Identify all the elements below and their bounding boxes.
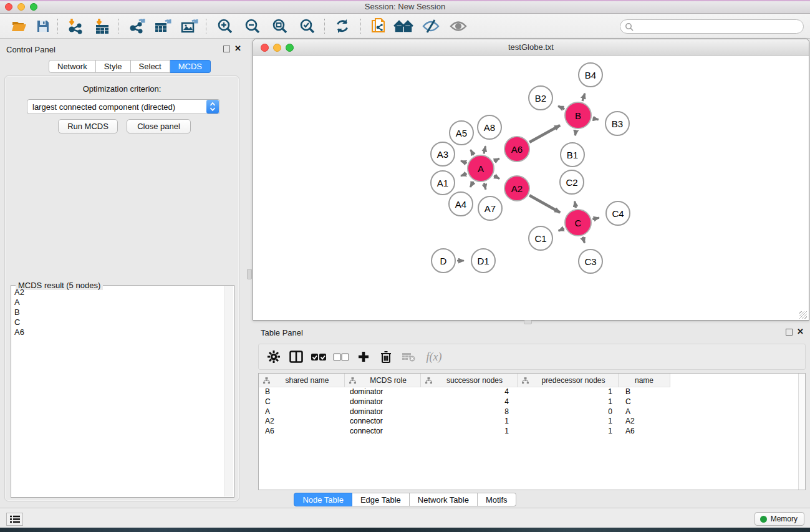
- network-canvas[interactable]: B4B2BB3A8A5A6A3B1AA1C2A2A4A7C4CC1C3DD1: [254, 56, 808, 320]
- graph-node-A7[interactable]: A7: [478, 196, 503, 221]
- graph-edge-A-A7[interactable]: [484, 183, 485, 189]
- table-cell[interactable]: A2: [619, 417, 670, 427]
- home-icon[interactable]: [393, 16, 414, 36]
- float-panel-icon[interactable]: [786, 329, 793, 336]
- graph-node-B3[interactable]: B3: [605, 111, 630, 136]
- list-item[interactable]: A: [12, 297, 224, 307]
- graph-node-A5[interactable]: A5: [449, 120, 474, 145]
- zoom-selected-icon[interactable]: [297, 16, 318, 36]
- graph-node-C4[interactable]: C4: [605, 201, 630, 226]
- tab-node-table[interactable]: Node Table: [294, 493, 352, 506]
- columns-icon[interactable]: [285, 346, 307, 367]
- save-icon[interactable]: [32, 16, 54, 36]
- table-cell[interactable]: 8: [421, 407, 518, 417]
- hide-panels-icon[interactable]: [420, 16, 441, 36]
- resize-grip-icon[interactable]: [799, 311, 807, 319]
- select-all-icon[interactable]: [307, 346, 330, 367]
- table-cell[interactable]: C: [619, 397, 670, 407]
- graph-node-A3[interactable]: A3: [430, 142, 455, 167]
- search-field[interactable]: [620, 19, 804, 34]
- table-cell[interactable]: 1: [518, 387, 619, 397]
- list-item[interactable]: A6: [12, 327, 224, 337]
- graph-node-B2[interactable]: B2: [528, 85, 553, 110]
- graph-node-B[interactable]: B: [564, 102, 592, 129]
- tab-select[interactable]: Select: [131, 60, 170, 73]
- table-cell[interactable]: B: [619, 387, 670, 397]
- list-item[interactable]: A2: [12, 288, 224, 297]
- graph-node-B1[interactable]: B1: [560, 142, 585, 167]
- table-cell[interactable]: 1: [518, 427, 619, 437]
- table-cell[interactable]: A6: [619, 427, 670, 437]
- table-cell[interactable]: B: [259, 387, 345, 397]
- table-cell[interactable]: A: [259, 407, 345, 417]
- graph-edge-A-A8[interactable]: [484, 146, 486, 153]
- split-divider-handle[interactable]: [524, 320, 532, 324]
- duplicate-network-icon[interactable]: [368, 16, 389, 36]
- panel-list-icon[interactable]: [6, 513, 23, 526]
- run-mcds-button[interactable]: Run MCDS: [58, 119, 118, 133]
- column-header-predecessor-nodes[interactable]: predecessor nodes: [518, 374, 619, 387]
- graph-edge-A-A3[interactable]: [461, 161, 467, 163]
- table-cell[interactable]: 1: [421, 427, 518, 437]
- column-header-MCDS-role[interactable]: MCDS role: [345, 374, 421, 387]
- graph-edge-C-C3[interactable]: [582, 237, 584, 243]
- function-builder-icon[interactable]: f(x): [420, 346, 448, 367]
- deselect-all-icon[interactable]: [330, 346, 352, 367]
- graph-node-D[interactable]: D: [431, 248, 456, 273]
- tab-mcds[interactable]: MCDS: [170, 60, 211, 73]
- table-row[interactable]: A6connector11A6: [259, 427, 805, 437]
- graph-node-A[interactable]: A: [467, 155, 494, 182]
- show-panels-icon[interactable]: [448, 16, 469, 36]
- graph-node-C[interactable]: C: [564, 209, 592, 236]
- zoom-fit-icon[interactable]: [269, 16, 291, 36]
- graph-edge-C-C4[interactable]: [592, 218, 599, 219]
- close-panel-button[interactable]: Close panel: [127, 119, 191, 133]
- tab-style[interactable]: Style: [96, 60, 131, 73]
- table-cell[interactable]: connector: [345, 427, 421, 437]
- column-header-name[interactable]: name: [619, 374, 670, 387]
- float-panel-icon[interactable]: [223, 46, 230, 52]
- table-row[interactable]: Bdominator41B: [259, 387, 805, 397]
- graph-edge-A-A2[interactable]: [494, 176, 499, 179]
- list-item[interactable]: C: [12, 317, 224, 327]
- graph-node-A1[interactable]: A1: [430, 170, 455, 195]
- table-cell[interactable]: A6: [259, 427, 345, 437]
- table-row[interactable]: Cdominator41C: [259, 397, 805, 407]
- graph-edge-C-C2[interactable]: [575, 201, 576, 208]
- open-folder-icon[interactable]: [9, 16, 30, 36]
- list-item[interactable]: B: [12, 307, 224, 317]
- search-input[interactable]: [634, 21, 803, 32]
- graph-edge-A-A6[interactable]: [494, 158, 499, 162]
- graph-edge-B-B2[interactable]: [558, 106, 564, 109]
- zoom-in-icon[interactable]: [215, 16, 236, 36]
- table-cell[interactable]: A2: [259, 417, 345, 427]
- graph-node-A8[interactable]: A8: [477, 115, 502, 140]
- table-cell[interactable]: connector: [345, 417, 421, 427]
- table-cell[interactable]: dominator: [345, 397, 421, 407]
- graph-edge-B-B4[interactable]: [582, 94, 585, 101]
- close-panel-icon[interactable]: ✕: [797, 327, 804, 336]
- add-column-icon[interactable]: [352, 346, 375, 367]
- table-cell[interactable]: dominator: [345, 387, 421, 397]
- table-cell[interactable]: 1: [518, 417, 619, 427]
- graph-edge-A6-B[interactable]: [529, 125, 560, 142]
- gear-icon[interactable]: [263, 346, 285, 367]
- table-row[interactable]: A2connector11A2: [259, 417, 805, 427]
- graph-edge-A-A4[interactable]: [470, 181, 473, 187]
- column-header-successor-nodes[interactable]: successor nodes: [421, 374, 518, 387]
- graph-node-A4[interactable]: A4: [448, 191, 473, 216]
- delete-table-icon[interactable]: [397, 346, 420, 367]
- export-network-icon[interactable]: [127, 16, 148, 36]
- refresh-icon[interactable]: [332, 16, 353, 36]
- table-cell[interactable]: dominator: [345, 407, 421, 417]
- zoom-out-icon[interactable]: [242, 16, 263, 36]
- tab-edge-table[interactable]: Edge Table: [352, 493, 410, 506]
- result-scrollbar[interactable]: [224, 286, 233, 496]
- optimization-criterion-dropdown[interactable]: largest connected component (directed): [27, 99, 220, 114]
- graph-node-A2[interactable]: A2: [504, 175, 530, 201]
- table-cell[interactable]: 1: [518, 397, 619, 407]
- column-header-shared-name[interactable]: shared name: [259, 374, 345, 387]
- delete-column-icon[interactable]: [375, 346, 397, 367]
- table-cell[interactable]: A: [619, 407, 670, 417]
- graph-node-C1[interactable]: C1: [528, 226, 553, 251]
